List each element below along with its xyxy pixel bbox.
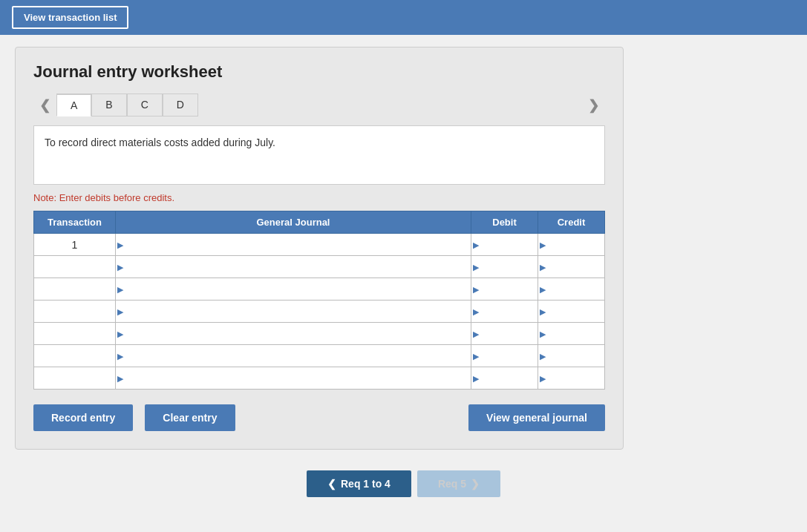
req-5-button: Req 5 <box>417 470 500 497</box>
transaction-cell-4 <box>34 323 116 345</box>
debit-input-2[interactable] <box>471 278 538 300</box>
description-box: To record direct materials costs added d… <box>33 125 605 185</box>
journal-cell-4[interactable]: ▶ <box>116 323 471 345</box>
debit-cell-1[interactable]: ▶ <box>471 256 538 278</box>
req-1-to-4-button[interactable]: Req 1 to 4 <box>307 470 411 497</box>
debit-cell-0[interactable]: ▶ <box>471 234 538 256</box>
debit-input-5[interactable] <box>471 345 538 367</box>
bottom-nav: Req 1 to 4 Req 5 <box>15 470 792 512</box>
tab-d[interactable]: D <box>163 93 198 116</box>
col-header-debit: Debit <box>471 211 538 234</box>
tab-a[interactable]: A <box>56 93 91 116</box>
credit-input-5[interactable] <box>538 345 604 367</box>
table-header-row: Transaction General Journal Debit Credit <box>34 211 605 234</box>
req1-arrow-left <box>327 478 336 490</box>
journal-cell-6[interactable]: ▶ <box>116 367 471 390</box>
view-general-journal-button[interactable]: View general journal <box>468 404 605 431</box>
top-bar: View transaction list <box>0 0 807 35</box>
transaction-cell-3 <box>34 301 116 323</box>
journal-input-6[interactable] <box>116 367 471 389</box>
main-container: Journal entry worksheet ❮ A B C D ❯ To r… <box>0 35 807 524</box>
credit-cell-4[interactable]: ▶ <box>538 323 605 345</box>
credit-cell-0[interactable]: ▶ <box>538 234 605 256</box>
description-text: To record direct materials costs added d… <box>45 137 275 148</box>
debit-input-4[interactable] <box>471 323 538 344</box>
tab-next-arrow[interactable]: ❯ <box>582 94 605 116</box>
credit-cell-2[interactable]: ▶ <box>538 278 605 301</box>
debit-input-1[interactable] <box>471 256 538 278</box>
journal-input-3[interactable] <box>116 301 471 322</box>
debit-input-0[interactable] <box>471 234 538 255</box>
req1-label: Req 1 to 4 <box>341 478 391 490</box>
record-entry-button[interactable]: Record entry <box>33 404 133 431</box>
journal-input-1[interactable] <box>116 256 471 278</box>
debit-input-3[interactable] <box>471 301 538 322</box>
journal-cell-1[interactable]: ▶ <box>116 256 471 278</box>
worksheet-card: Journal entry worksheet ❮ A B C D ❯ To r… <box>15 47 624 450</box>
debit-input-6[interactable] <box>471 367 538 389</box>
debit-cell-3[interactable]: ▶ <box>471 301 538 323</box>
note-text: Note: Enter debits before credits. <box>33 192 605 203</box>
journal-table: Transaction General Journal Debit Credit… <box>33 211 605 390</box>
tabs-row: ❮ A B C D ❯ <box>33 93 605 116</box>
journal-cell-5[interactable]: ▶ <box>116 345 471 367</box>
transaction-cell-1 <box>34 256 116 278</box>
debit-cell-6[interactable]: ▶ <box>471 367 538 390</box>
col-header-credit: Credit <box>538 211 605 234</box>
transaction-cell-0: 1 <box>34 234 116 256</box>
clear-entry-button[interactable]: Clear entry <box>145 404 235 431</box>
journal-cell-0[interactable]: ▶ <box>116 234 471 256</box>
table-row: ▶▶▶ <box>34 367 605 390</box>
journal-input-0[interactable] <box>116 234 471 255</box>
credit-cell-6[interactable]: ▶ <box>538 367 605 390</box>
debit-cell-4[interactable]: ▶ <box>471 323 538 345</box>
credit-input-1[interactable] <box>538 256 604 278</box>
debit-cell-5[interactable]: ▶ <box>471 345 538 367</box>
debit-cell-2[interactable]: ▶ <box>471 278 538 301</box>
req5-label: Req 5 <box>438 478 466 490</box>
table-row: ▶▶▶ <box>34 278 605 301</box>
table-row: 1▶▶▶ <box>34 234 605 256</box>
credit-cell-3[interactable]: ▶ <box>538 301 605 323</box>
journal-input-2[interactable] <box>116 278 471 300</box>
credit-input-2[interactable] <box>538 278 604 300</box>
journal-cell-3[interactable]: ▶ <box>116 301 471 323</box>
journal-input-5[interactable] <box>116 345 471 367</box>
table-row: ▶▶▶ <box>34 323 605 345</box>
tab-b[interactable]: B <box>91 93 126 116</box>
journal-cell-2[interactable]: ▶ <box>116 278 471 301</box>
credit-cell-5[interactable]: ▶ <box>538 345 605 367</box>
credit-input-4[interactable] <box>538 323 604 344</box>
transaction-cell-5 <box>34 345 116 367</box>
transaction-cell-2 <box>34 278 116 301</box>
credit-cell-1[interactable]: ▶ <box>538 256 605 278</box>
req5-arrow-right <box>471 478 480 490</box>
buttons-row: Record entry Clear entry View general jo… <box>33 404 605 431</box>
view-transaction-button[interactable]: View transaction list <box>12 6 128 29</box>
table-row: ▶▶▶ <box>34 256 605 278</box>
credit-input-6[interactable] <box>538 367 604 389</box>
transaction-cell-6 <box>34 367 116 390</box>
credit-input-0[interactable] <box>538 234 604 255</box>
journal-input-4[interactable] <box>116 323 471 344</box>
tab-c[interactable]: C <box>127 93 163 116</box>
tabs-container: A B C D <box>56 93 198 116</box>
credit-input-3[interactable] <box>538 301 604 322</box>
tab-prev-arrow[interactable]: ❮ <box>33 94 56 116</box>
col-header-general-journal: General Journal <box>116 211 471 234</box>
col-header-transaction: Transaction <box>34 211 116 234</box>
worksheet-title: Journal entry worksheet <box>33 62 605 82</box>
table-row: ▶▶▶ <box>34 345 605 367</box>
table-row: ▶▶▶ <box>34 301 605 323</box>
